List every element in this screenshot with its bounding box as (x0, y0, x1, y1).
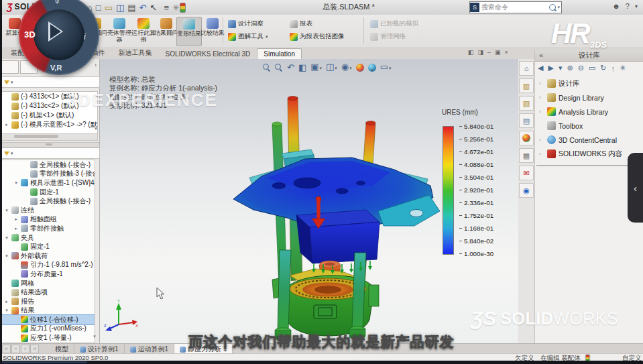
view-tool-icon[interactable] (356, 64, 364, 72)
expand-arrow-icon[interactable]: ▾ (13, 180, 19, 186)
run-study-button[interactable]: 运行此算例 (131, 17, 156, 45)
expand-arrow-icon[interactable]: ▸ (13, 217, 19, 222)
player-info-label[interactable]: i (84, 32, 86, 42)
library-item[interactable]: › Analysis Library (536, 105, 641, 119)
command-tab[interactable]: SOLIDWORKS Electrical 3D (159, 48, 257, 59)
view-tool-icon[interactable] (368, 64, 376, 72)
simulation-model[interactable] (215, 84, 443, 342)
tree-item[interactable]: 位移1 (-合位移-) (2, 315, 95, 324)
library-tool-icon[interactable]: ↻ (600, 64, 606, 72)
library-tool-icon[interactable]: ▶ (548, 64, 553, 72)
window-control-icon[interactable]: × (505, 49, 508, 56)
tree-item[interactable]: ▾ 模具示意图-1 (-[SW]45- (2, 178, 95, 188)
task-pane-tab[interactable] (519, 96, 534, 111)
menu-icon-button[interactable] (116, 3, 125, 13)
compare-results-button[interactable]: 比较结果 (200, 17, 225, 45)
tree-item[interactable]: 网格 (2, 279, 95, 288)
window-control-icon[interactable]: ◨ (478, 49, 484, 56)
tree-item[interactable]: ▾ 夹具 (2, 233, 95, 243)
library-tool-icon[interactable]: ▭ (589, 64, 595, 72)
player-3d-label[interactable]: 3D (24, 29, 36, 40)
search-caret-icon[interactable]: ▾ (557, 5, 560, 10)
window-control-icon[interactable]: ▣ (495, 49, 501, 56)
tree-item[interactable]: ▾ 外部载荷 (2, 251, 95, 261)
expand-arrow-icon[interactable]: ▸ (4, 122, 9, 127)
tree-item[interactable]: 全局接触 (-接合-) (2, 160, 95, 170)
results-advisor-button[interactable]: 结果顾问 (154, 17, 178, 45)
library-tool-icon[interactable]: ✳ (620, 64, 626, 72)
expand-arrow-icon[interactable]: ▾ (4, 235, 9, 241)
menu-icon-button[interactable] (96, 3, 102, 13)
expand-arrow-icon[interactable]: ▾ (4, 253, 9, 259)
tree-item[interactable]: 结果选项 (2, 288, 95, 297)
tree-item[interactable]: 分布质量-1 (2, 269, 95, 279)
panel-splitter[interactable] (0, 142, 99, 147)
library-tool-icon[interactable]: ◀ (538, 64, 543, 72)
window-control-icon[interactable]: – (487, 49, 491, 56)
view-tool-icon[interactable] (341, 62, 352, 73)
expand-arrow-icon[interactable]: ▸ (4, 299, 9, 304)
view-tool-icon[interactable] (326, 62, 337, 73)
play-icon[interactable] (48, 21, 63, 42)
library-item[interactable]: › SOLIDWORKS 内容 (536, 147, 641, 161)
expand-arrow-icon[interactable]: › (539, 109, 544, 115)
tree-item[interactable]: 引力-1 (-9.81 m/s^2-) (2, 261, 95, 270)
tree-item[interactable]: 固定-1 (2, 242, 95, 251)
plot-tools-button[interactable]: 图解工具 ▾ (228, 32, 268, 41)
menu-icon-button[interactable] (139, 3, 148, 13)
report-button[interactable]: 报表 (290, 19, 312, 28)
library-tool-icon[interactable]: ⊕ (567, 64, 573, 72)
expand-arrow-icon[interactable]: › (539, 80, 544, 86)
view-tool-icon[interactable] (298, 62, 306, 72)
feature-tree-tab[interactable] (1, 60, 19, 74)
menu-icon-button[interactable] (127, 3, 136, 13)
library-item[interactable]: › 3D ContentCentral (536, 133, 641, 147)
library-tool-icon[interactable]: ↑ (611, 64, 616, 72)
view-tool-icon[interactable] (380, 62, 392, 73)
library-tool-icon[interactable]: ▾ (559, 64, 563, 72)
design-insight-button[interactable]: 设计洞察 (228, 19, 264, 28)
menu-icon-button[interactable] (105, 3, 113, 13)
expand-arrow-icon[interactable]: ▾ (4, 308, 9, 313)
panel-expand-chevron[interactable]: › (95, 62, 97, 68)
expand-arrow-icon[interactable]: › (539, 137, 544, 143)
expand-arrow-icon[interactable]: ▸ (13, 226, 19, 231)
tree-item[interactable]: 固定-1 (2, 188, 95, 197)
search-icon[interactable] (549, 4, 556, 11)
deformed-result-button[interactable]: 变形结果 (176, 17, 202, 46)
window-control-icon[interactable]: ◧ (468, 49, 474, 56)
task-pane-tab[interactable] (519, 61, 534, 76)
task-pane-tab[interactable] (519, 78, 534, 93)
task-pane-tab[interactable] (519, 148, 534, 163)
tree-item[interactable]: ▸ 报告 (2, 297, 95, 306)
expand-arrow-icon[interactable]: ▾ (4, 208, 9, 213)
study-filter-row[interactable]: ▾ (1, 147, 100, 159)
scrollbar-thumb[interactable] (14, 135, 58, 138)
task-pane-tab[interactable] (519, 113, 534, 128)
view-tool-icon[interactable] (287, 62, 294, 72)
task-pane-tab[interactable] (519, 131, 534, 145)
shell-manager-button[interactable]: 壳体管理器 (107, 17, 131, 45)
tree-item[interactable]: (-) 机架<1> (默认) (2, 111, 97, 120)
search-input[interactable]: 搜索命令 (481, 3, 549, 12)
library-item[interactable]: Toolbox (536, 119, 641, 133)
collapse-pane-icon[interactable]: « (539, 50, 543, 61)
command-search-box[interactable]: S 搜索命令 ▾ (469, 1, 562, 13)
task-pane-tab[interactable] (519, 166, 534, 180)
tree-item[interactable]: 零部件接触-3 (-接合-) (2, 170, 95, 179)
menu-icon-button[interactable] (164, 3, 170, 13)
include-image-for-report-button[interactable]: 为报表包括图像 (290, 32, 345, 41)
flyout-horizontal-scrollbar[interactable] (1, 133, 98, 141)
library-item[interactable]: › Design Library (536, 90, 641, 105)
command-tab[interactable]: Simulation (257, 48, 302, 59)
player-vr-label[interactable]: V,R (50, 64, 62, 72)
tree-item[interactable]: 全局接触 (-接合-) (2, 196, 95, 206)
tree-item[interactable]: ▸ (-) 模具示意图<1> ->? (默认<<默 (2, 120, 97, 129)
tree-item[interactable]: ▸ 相触面组 (2, 215, 95, 225)
help-button[interactable]: ? (626, 2, 630, 10)
tree-item[interactable]: ▾ 连结 (2, 206, 95, 215)
tree-filter-row[interactable]: ▾ (1, 76, 100, 88)
view-tool-icon[interactable] (310, 62, 322, 73)
previous-panel-arrow[interactable]: ‹ (628, 153, 643, 223)
user-account-icon[interactable]: ☻ (612, 2, 620, 10)
